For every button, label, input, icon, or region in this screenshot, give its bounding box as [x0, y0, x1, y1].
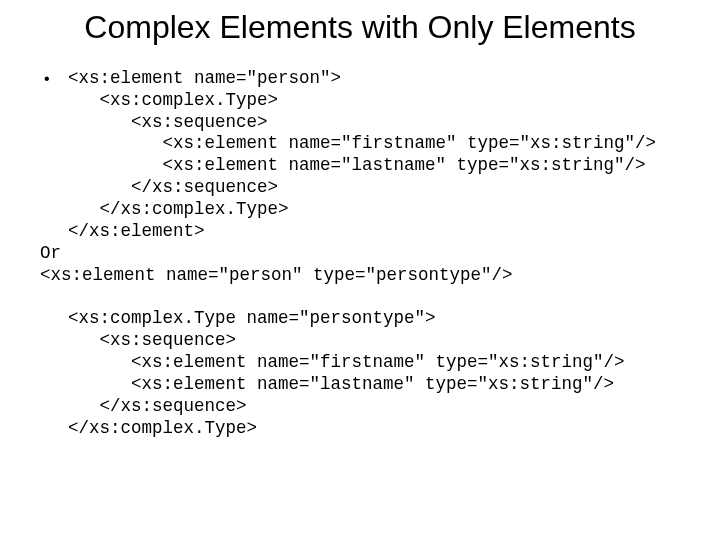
bullet-row: • <xs:element name="person"> <xs:complex…	[40, 68, 680, 243]
blank-line-1	[40, 287, 680, 309]
code-block-3: <xs:complex.Type name="persontype"> <xs:…	[40, 308, 680, 439]
code-block-2: <xs:element name="person" type="personty…	[40, 265, 680, 287]
slide-title: Complex Elements with Only Elements	[40, 10, 680, 46]
bullet-marker: •	[40, 68, 68, 90]
slide: Complex Elements with Only Elements • <x…	[0, 0, 720, 540]
code-block-1: <xs:element name="person"> <xs:complex.T…	[68, 68, 656, 243]
or-text: Or	[40, 243, 680, 265]
